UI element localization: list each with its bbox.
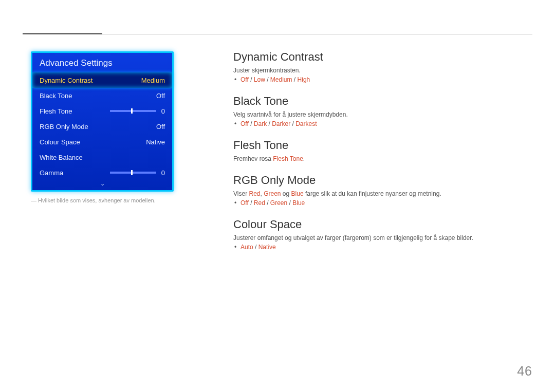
- opts-black-tone: Off / Dark / Darker / Darkest: [240, 120, 532, 127]
- osd-item-label: Gamma: [40, 169, 63, 177]
- osd-item-value: Off: [156, 123, 165, 130]
- osd-item-label: Black Tone: [40, 92, 72, 100]
- desc-black-tone: Velg svartnivå for å justere skjermdybde…: [233, 111, 532, 118]
- slider[interactable]: [110, 172, 156, 174]
- opts-colour-space: Auto / Native: [240, 244, 532, 251]
- desc-flesh-tone: Fremhev rosa Flesh Tone.: [233, 155, 532, 162]
- osd-item-white-balance[interactable]: White Balance: [32, 150, 172, 165]
- osd-item-value: 0: [161, 169, 165, 177]
- osd-item-label: Colour Space: [40, 138, 80, 146]
- osd-item-rgb-only-mode[interactable]: RGB Only ModeOff: [32, 119, 172, 134]
- osd-item-flesh-tone[interactable]: Flesh Tone0: [32, 103, 172, 119]
- desc-dynamic-contrast: Juster skjermkontrasten.: [233, 67, 532, 74]
- doc-content: Dynamic Contrast Juster skjermkontrasten…: [233, 50, 532, 251]
- slider[interactable]: [110, 110, 156, 112]
- osd-item-value: 0: [161, 107, 165, 115]
- opts-rgb-only: Off / Red / Green / Blue: [240, 199, 532, 207]
- osd-item-colour-space[interactable]: Colour SpaceNative: [32, 134, 172, 150]
- chevron-down-icon[interactable]: ⌄: [32, 180, 172, 190]
- opts-dynamic-contrast: Off / Low / Medium / High: [240, 76, 532, 83]
- osd-item-value: Native: [146, 138, 165, 146]
- osd-item-label: Flesh Tone: [40, 107, 72, 115]
- desc-rgb-only: Viser Red, Green og Blue farge slik at d…: [233, 190, 532, 197]
- osd-item-value: Medium: [141, 77, 165, 84]
- osd-item-value: Off: [156, 92, 165, 100]
- osd-item-dynamic-contrast[interactable]: Dynamic ContrastMedium: [32, 72, 172, 88]
- osd-item-black-tone[interactable]: Black ToneOff: [32, 88, 172, 103]
- osd-item-label: Dynamic Contrast: [40, 77, 92, 84]
- heading-colour-space: Colour Space: [233, 218, 532, 231]
- osd-panel: Advanced Settings Dynamic ContrastMedium…: [31, 51, 174, 192]
- osd-item-label: White Balance: [40, 154, 83, 161]
- panel-footnote: ― Hvilket bilde som vises, avhenger av m…: [31, 197, 156, 203]
- page-number: 46: [517, 364, 532, 379]
- heading-rgb-only: RGB Only Mode: [233, 174, 532, 187]
- osd-item-label: RGB Only Mode: [40, 123, 88, 130]
- page-top-rule: [23, 34, 532, 34]
- heading-black-tone: Black Tone: [233, 95, 532, 108]
- heading-dynamic-contrast: Dynamic Contrast: [233, 50, 532, 64]
- osd-item-gamma[interactable]: Gamma0: [32, 165, 172, 180]
- desc-colour-space: Justerer omfanget og utvalget av farger …: [233, 234, 532, 241]
- heading-flesh-tone: Flesh Tone: [233, 139, 532, 152]
- osd-title: Advanced Settings: [32, 53, 172, 72]
